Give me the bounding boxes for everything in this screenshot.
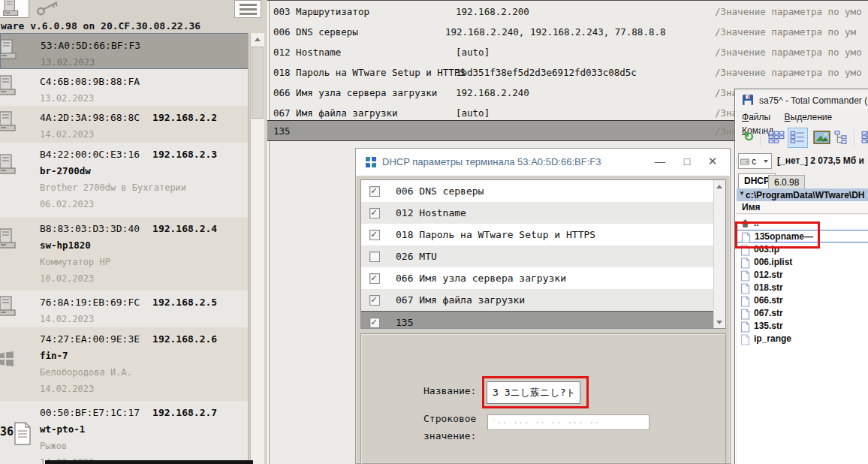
param-row[interactable]: 003 Маршрутизатор 192.168.2.200 /Значени… [267,2,868,22]
terminal-item[interactable]: C4:6B:08:9B:88:FA 13.02.2023 [0,70,249,106]
terminal-icon [0,74,17,97]
terminal-icon [0,295,17,318]
checkbox[interactable] [369,318,380,328]
key-icon[interactable] [36,0,62,17]
string-value-label-line2: значение: [423,430,476,441]
desktop: 003 Маршрутизатор 192.168.2.200 /Значени… [0,0,868,464]
full-view-button[interactable] [788,128,808,148]
options-scrollbar[interactable] [713,180,725,328]
picture-icon [813,130,830,145]
option-row[interactable]: 012 Hostname [361,202,714,224]
param-name: 067 Имя файла загрузки [273,107,398,119]
file-icon [740,283,750,294]
close-button[interactable]: ✕ [701,152,724,171]
file-row[interactable]: 018.str [737,282,868,294]
hamburger-menu-button[interactable] [234,0,261,18]
terminal-ip: 192.168.2.3 [152,149,217,160]
file-row[interactable]: 135.str [737,320,868,333]
terminal-mac: B8:83:03:D3:3D:40 [40,223,140,234]
checkbox[interactable] [369,252,380,262]
terminal-item-selected[interactable]: 53:A0:5D:66:BF:F3 13.02.2023 [0,33,249,69]
scroll-up-button[interactable] [251,33,264,46]
param-row[interactable]: 018 Пароль на WTware Setup и HTTPS 1bd35… [267,62,868,83]
checkbox[interactable] [369,273,380,284]
terminal-ip: 192.168.2.2 [152,112,217,123]
file-icon [740,296,750,307]
terminal-item[interactable]: 00:50:BF:E7:1C:17192.168.2.7 wt-pto-1 Ры… [0,401,249,464]
name-input[interactable] [487,381,580,404]
custom-columns-button[interactable] [860,128,868,148]
file-row[interactable]: 003.ip [737,243,868,256]
terminal-hostname: wt-pto-1 [40,421,249,438]
option-row[interactable]: 018 Пароль на WTware Setup и HTTPS [361,224,714,246]
server-status-line: ware v.6.0.98 on 20.CF.30.08.22.36 [1,20,200,32]
tc-titlebar[interactable]: sa75^ - Total Commander ( [737,91,868,110]
checkbox[interactable] [369,230,380,240]
file-name: 006.iplist [754,257,792,267]
checkbox[interactable] [369,186,380,197]
terminal-date: 10.02.2023 [40,270,249,287]
column-header-label: Имя [742,202,761,212]
param-name: 135 [273,125,291,137]
terminal-mac: B4:22:00:0C:E3:16 [40,149,140,160]
terminal-list-scrollbar[interactable] [250,33,264,464]
column-header-name[interactable]: Имя [737,201,868,214]
param-value: [auto] [456,47,490,58]
tc-path-bar[interactable]: ▼ c:\ProgramData\WTware\DH [737,188,868,201]
menu-files[interactable]: Файлы [737,110,776,122]
terminal-item[interactable]: B4:22:00:0C:E3:16192.168.2.3 br-2700dw B… [0,143,249,217]
file-row[interactable]: ip_range [737,333,868,345]
option-row[interactable]: 067 Имя файла загрузки [361,289,714,311]
checkbox[interactable] [369,295,380,306]
checkbox[interactable] [369,208,380,218]
dhcp-params-dialog: DHCP параметры терминала 53:A0:5D:66:BF:… [355,148,731,464]
terminal-ip: 192.168.2.5 [152,297,217,308]
maximize-button[interactable]: □ [676,152,698,171]
tab-6098[interactable]: 6.0.98 [768,175,805,188]
file-row[interactable]: 006.iplist [737,256,868,269]
option-row[interactable]: 006 DNS серверы [361,180,714,202]
terminal-item[interactable]: 4A:2D:3A:98:68:8C192.168.2.2 14.02.2023 [0,106,249,143]
param-row[interactable]: 006 DNS серверы 192.168.2.240, 192.168.2… [267,22,868,42]
terminal-item[interactable]: 76:8A:19:EB:69:FC192.168.2.5 14.02.2023 [0,291,249,327]
floppy-disk-icon [742,94,754,106]
thumbnails-view-button[interactable] [812,128,832,148]
drive-icon [740,158,749,165]
terminals-view-button[interactable] [0,0,29,18]
scroll-down-button[interactable] [714,316,725,329]
param-row[interactable]: 012 Hostname [auto] /Значение параметра … [267,42,868,62]
file-row-updir[interactable]: .. [737,217,868,230]
tc-tab-bar: DHCP 6.0.98 [737,172,868,188]
document-icon [13,422,32,446]
param-name: 006 DNS серверы [273,26,358,38]
file-row[interactable]: 067.str [737,307,868,320]
string-value-input[interactable] [487,414,649,430]
param-comment: /Значение параметра по умо [715,6,862,17]
file-row[interactable]: 012.str [737,269,868,282]
option-row[interactable]: 026 MTU [361,246,714,267]
file-name: 003.ip [754,244,779,255]
file-name: .. [754,218,759,228]
refresh-button[interactable]: ↻ [740,128,758,147]
brief-view-button[interactable] [767,128,787,148]
dialog-titlebar[interactable]: DHCP параметры терминала 53:A0:5D:66:BF:… [356,149,730,176]
param-name: 066 Имя узла сервера загрузки [273,87,437,98]
tc-toolbar: ↻ [737,126,868,150]
param-value: 192.168.2.240 [456,87,529,98]
file-row[interactable]: 066.str [737,294,868,307]
option-row-selected[interactable]: 135 [361,311,714,329]
path-dropdown-icon: ▼ [739,190,745,197]
full-view-icon [789,130,806,145]
scroll-up-button[interactable] [714,180,725,193]
tree-view-button[interactable] [833,128,853,148]
terminal-item[interactable]: 74:27:EA:00:9E:3E192.168.2.6 fin-7 Белоб… [0,327,249,401]
minimize-button[interactable]: — [649,152,671,171]
file-row-selected[interactable]: 135opname— [737,230,868,243]
file-name: 018.str [754,282,783,293]
drive-combobox[interactable]: c [738,153,772,169]
terminal-item[interactable]: B8:83:03:D3:3D:40192.168.2.4 sw-hp1820 К… [0,217,249,291]
terminal-date: 06.02.2023 [40,196,249,212]
option-row[interactable]: 066 Имя узла сервера загрузки [361,267,714,289]
scrollbar-thumb[interactable] [252,47,264,119]
menu-selection[interactable]: Выделение [779,110,838,122]
